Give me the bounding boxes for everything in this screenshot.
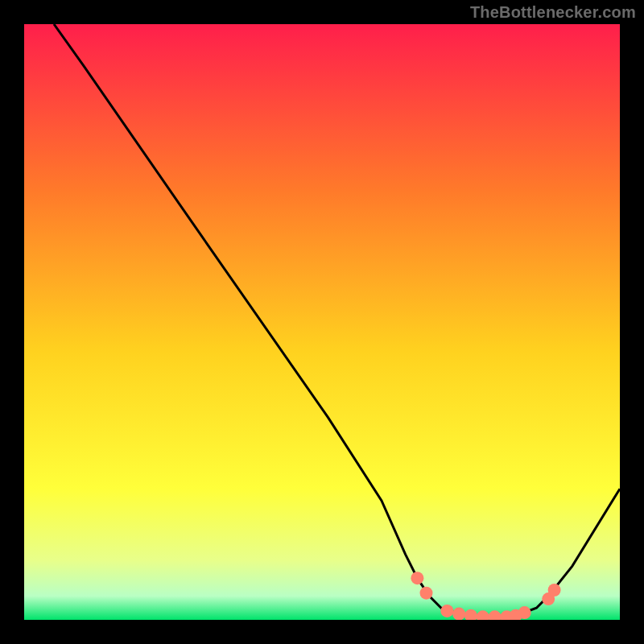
chart-frame: TheBottlenecker.com xyxy=(0,0,644,644)
curve-marker xyxy=(518,606,531,619)
watermark-text: TheBottlenecker.com xyxy=(470,3,636,22)
curve-marker xyxy=(452,608,465,620)
bottleneck-chart xyxy=(24,24,620,620)
curve-marker xyxy=(420,587,433,600)
curve-marker xyxy=(440,605,453,617)
curve-marker xyxy=(411,572,423,584)
curve-marker xyxy=(548,584,561,597)
gradient-background xyxy=(24,24,620,620)
